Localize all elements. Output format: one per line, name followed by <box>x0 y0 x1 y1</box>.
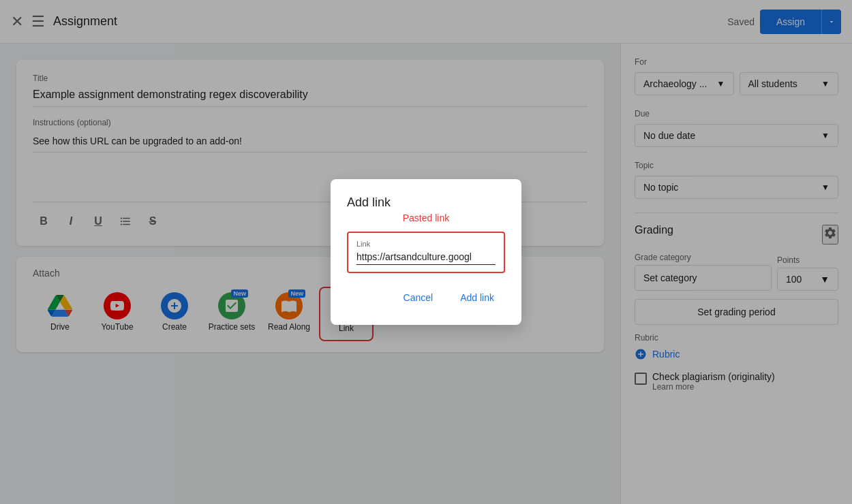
modal-title: Add link <box>347 195 505 210</box>
modal-link-input[interactable] <box>356 251 496 262</box>
modal-actions: Cancel Add link <box>347 287 505 309</box>
add-link-modal: Add link Pasted link Link Cancel Add lin… <box>331 179 521 325</box>
modal-link-field: Link <box>347 232 505 273</box>
modal-add-link-button[interactable]: Add link <box>449 287 505 309</box>
modal-pasted-label: Pasted link <box>347 212 505 223</box>
modal-link-value <box>356 251 496 265</box>
modal-cancel-button[interactable]: Cancel <box>393 287 444 309</box>
modal-overlay: Add link Pasted link Link Cancel Add lin… <box>0 0 852 504</box>
modal-link-sublabel: Link <box>356 240 496 248</box>
